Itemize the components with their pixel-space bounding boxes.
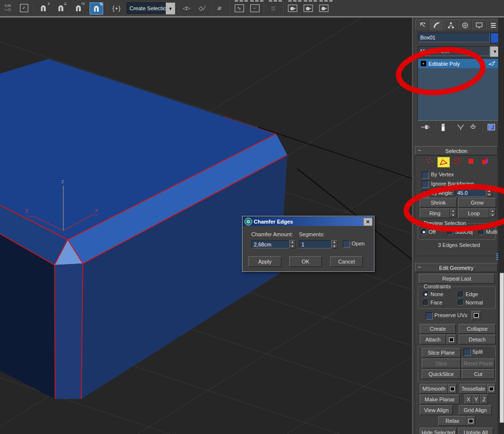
segments-spinner[interactable]: ▲▼ bbox=[331, 240, 337, 248]
render-setup-icon[interactable] bbox=[286, 2, 299, 14]
chamfer-amount-field[interactable]: 2,68cm bbox=[251, 240, 292, 248]
stack-item-state-icon[interactable] bbox=[488, 60, 496, 67]
select-and-manipulate-icon[interactable]: ✓ bbox=[18, 2, 30, 14]
cancel-button[interactable]: Cancel bbox=[330, 256, 363, 267]
make-planar-x-button[interactable]: X bbox=[465, 395, 472, 404]
stack-expand-icon[interactable]: + bbox=[421, 61, 426, 66]
tab-hierarchy[interactable] bbox=[444, 19, 458, 31]
edge-subobject-icon[interactable] bbox=[437, 157, 450, 168]
named-selection-set-input[interactable]: Create Selection Set bbox=[127, 2, 168, 14]
shrink-button[interactable]: Shrink bbox=[420, 198, 457, 208]
preserve-uvs-settings-button[interactable] bbox=[471, 311, 481, 320]
ok-button[interactable]: OK bbox=[289, 256, 322, 267]
by-angle-field[interactable]: 45.0 bbox=[455, 189, 489, 197]
apply-button[interactable]: Apply bbox=[248, 256, 281, 267]
tessellate-button[interactable]: Tessellate bbox=[460, 384, 487, 394]
stack-item-editable-poly[interactable]: + Editable Poly bbox=[418, 59, 498, 68]
pin-stack-icon[interactable] bbox=[421, 123, 429, 131]
constraint-none-radio[interactable] bbox=[423, 291, 429, 298]
attach-settings-button[interactable] bbox=[447, 335, 456, 344]
hide-selected-button[interactable]: Hide Selected bbox=[420, 428, 457, 434]
segments-field[interactable]: 1 bbox=[299, 240, 334, 248]
make-unique-icon[interactable] bbox=[457, 123, 465, 131]
by-angle-spinner[interactable]: ▲▼ bbox=[486, 189, 492, 197]
object-name-field[interactable]: Box01 bbox=[418, 33, 490, 42]
preserve-uvs-checkbox[interactable] bbox=[426, 312, 433, 320]
dialog-close-icon[interactable]: ✕ bbox=[363, 218, 373, 226]
angle-snap-icon[interactable]: ∠ bbox=[55, 2, 67, 14]
attach-button[interactable]: Attach bbox=[420, 335, 446, 344]
rollout-scroll-grip[interactable] bbox=[496, 253, 498, 262]
loop-spinner[interactable]: ▲▼ bbox=[489, 208, 496, 217]
preview-off-radio[interactable] bbox=[421, 229, 427, 235]
percent-snap-icon[interactable]: % bbox=[72, 2, 85, 14]
chamfer-dialog-titlebar[interactable]: G Chamfer Edges bbox=[243, 217, 373, 226]
box-front-chamfer-strip[interactable] bbox=[55, 264, 83, 399]
quickslice-button[interactable]: QuickSlice bbox=[422, 369, 461, 379]
ring-button[interactable]: Ring bbox=[420, 208, 450, 218]
tab-create[interactable] bbox=[415, 19, 429, 31]
mirror-icon[interactable]: ◁▷ bbox=[180, 2, 193, 14]
polygon-subobject-icon[interactable] bbox=[466, 156, 476, 166]
relax-settings-button[interactable] bbox=[467, 416, 475, 426]
settings-square-icon bbox=[449, 338, 454, 342]
tessellate-settings-button[interactable] bbox=[487, 384, 496, 394]
detach-button[interactable]: Detach bbox=[459, 335, 496, 344]
offset-snap-icon[interactable]: 0.00 ▫–◇ bbox=[1, 2, 14, 14]
element-subobject-icon[interactable] bbox=[479, 156, 491, 166]
material-editor-icon[interactable]: ○○○○ bbox=[267, 2, 280, 14]
tab-motion[interactable] bbox=[458, 19, 472, 31]
relax-button[interactable]: Relax bbox=[438, 416, 467, 426]
segments-value: 1 bbox=[301, 242, 304, 247]
modifier-list-dropdown[interactable]: Modifier List bbox=[418, 46, 490, 56]
split-checkbox[interactable] bbox=[464, 349, 471, 356]
vertex-subobject-icon[interactable] bbox=[425, 156, 434, 166]
chamfer-amount-spinner[interactable]: ▲▼ bbox=[289, 240, 296, 248]
slice-plane-button[interactable]: Slice Plane bbox=[422, 348, 461, 358]
keyboard-override-icon[interactable]: {▲} bbox=[110, 2, 123, 14]
view-align-button[interactable]: View Align bbox=[420, 405, 453, 415]
grow-button[interactable]: Grow bbox=[458, 198, 496, 208]
by-vertex-checkbox[interactable] bbox=[422, 171, 429, 179]
configure-modifier-sets-icon[interactable] bbox=[487, 123, 496, 131]
panel-scrollbar-thumb[interactable] bbox=[500, 273, 504, 423]
grid-align-button[interactable]: Grid Align bbox=[459, 405, 492, 415]
snap-toggle-3d-icon[interactable]: 3 bbox=[37, 2, 50, 14]
constraints-title: Constraints bbox=[422, 283, 452, 289]
open-checkbox[interactable] bbox=[343, 241, 350, 248]
make-planar-z-button[interactable]: Z bbox=[480, 395, 488, 404]
spinner-snap-icon[interactable]: ⇅ bbox=[90, 2, 103, 15]
ring-spinner[interactable]: ▲▼ bbox=[450, 208, 456, 217]
remove-modifier-icon[interactable] bbox=[469, 123, 477, 131]
align-icon[interactable]: ◇╱ bbox=[196, 2, 208, 14]
quick-render-icon[interactable] bbox=[317, 2, 330, 14]
create-button[interactable]: Create bbox=[420, 324, 456, 334]
repeat-last-button[interactable]: Repeat Last bbox=[419, 274, 495, 283]
curve-editor-icon[interactable]: ∿ bbox=[233, 2, 245, 14]
schematic-view-icon[interactable]: ▫▫ bbox=[248, 2, 261, 14]
show-end-result-icon[interactable] bbox=[440, 123, 446, 132]
named-selection-set-dropdown-arrow[interactable]: ▼ bbox=[166, 2, 175, 15]
msmooth-settings-button[interactable] bbox=[448, 384, 457, 394]
border-subobject-icon[interactable] bbox=[452, 156, 462, 166]
reset-plane-button[interactable]: Reset Plane bbox=[462, 359, 495, 368]
msmooth-button[interactable]: MSmooth bbox=[420, 384, 448, 394]
modifier-stack-list[interactable]: + Editable Poly bbox=[417, 58, 499, 121]
loop-button[interactable]: Loop bbox=[458, 208, 489, 218]
slice-button[interactable]: Slice bbox=[422, 359, 461, 368]
ignore-backfacing-checkbox[interactable] bbox=[422, 181, 429, 188]
tab-modify[interactable] bbox=[429, 19, 444, 31]
constraint-normal-radio[interactable] bbox=[458, 300, 464, 306]
cut-button[interactable]: Cut bbox=[462, 369, 495, 379]
by-angle-checkbox[interactable] bbox=[422, 190, 429, 197]
constraint-face-radio[interactable] bbox=[423, 300, 429, 306]
preview-multi-radio[interactable] bbox=[478, 229, 485, 235]
make-planar-button[interactable]: Make Planar bbox=[420, 395, 460, 404]
unhide-all-button[interactable]: Unhide All bbox=[458, 428, 493, 434]
tab-display[interactable] bbox=[472, 19, 486, 31]
constraint-edge-radio[interactable] bbox=[458, 291, 464, 298]
make-planar-y-button[interactable]: Y bbox=[472, 395, 480, 404]
collapse-button[interactable]: Collapse bbox=[459, 324, 496, 334]
preview-subobj-radio[interactable] bbox=[447, 229, 453, 235]
rendered-frame-window-icon[interactable] bbox=[302, 2, 315, 14]
